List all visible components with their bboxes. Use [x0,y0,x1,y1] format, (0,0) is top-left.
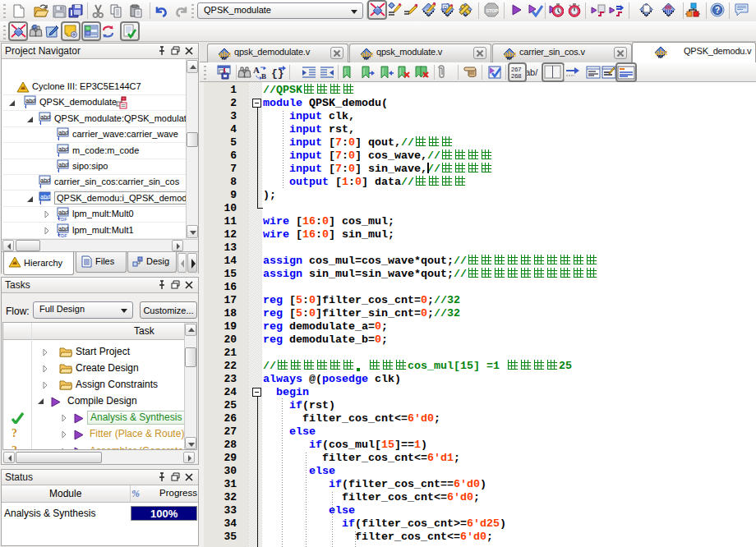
svg-text:STOP: STOP [486,8,498,13]
svg-text:D: D [444,5,448,10]
svg-text:abc: abc [656,48,668,57]
svg-text:TDF: TDF [58,232,67,237]
svg-text:TDF: TDF [58,217,67,222]
svg-text:A: A [253,65,260,75]
svg-text:abc: abc [219,50,232,58]
svg-text:268: 268 [511,72,522,80]
svg-text:{}: {} [271,67,284,80]
svg-text:?: ? [715,6,720,15]
svg-text:ab/: ab/ [525,67,538,77]
svg-text:abc: abc [362,50,374,58]
svg-text:abc: abc [505,50,517,58]
svg-text:B: B [261,72,266,80]
